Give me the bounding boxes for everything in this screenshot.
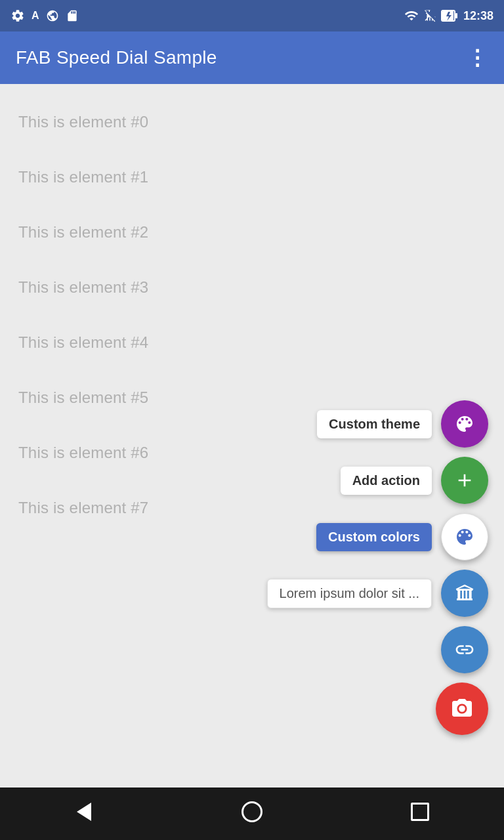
speed-dial-item-custom-colors: Custom colors xyxy=(316,513,488,560)
main-camera-fab-button[interactable] xyxy=(436,682,488,735)
add-action-fab-button[interactable] xyxy=(441,457,488,504)
speed-dial-item-link xyxy=(441,626,488,673)
camera-icon xyxy=(450,697,474,721)
status-bar-left-icons: A xyxy=(10,9,79,23)
sd-card-icon xyxy=(66,9,79,22)
link-fab-button[interactable] xyxy=(441,626,488,673)
list-item: This is element #1 xyxy=(0,150,504,205)
list-item: This is element #4 xyxy=(0,315,504,370)
back-button[interactable] xyxy=(64,794,104,833)
more-vert-icon[interactable]: ⋮ xyxy=(467,47,488,68)
bank-icon xyxy=(454,583,475,604)
time-display: 12:38 xyxy=(463,9,494,23)
back-icon xyxy=(77,803,91,826)
recent-icon xyxy=(411,803,429,826)
speed-dial-item-add-action: Add action xyxy=(341,457,488,504)
text-a-icon: A xyxy=(32,10,39,22)
palette-icon xyxy=(454,526,475,547)
custom-colors-fab-button[interactable] xyxy=(441,513,488,560)
battery-icon xyxy=(441,9,458,23)
custom-theme-tooltip: Custom theme xyxy=(317,410,432,438)
speed-dial-item-lorem: Lorem ipsum dolor sit ... xyxy=(267,570,488,617)
signal-icon xyxy=(424,9,436,23)
settings-icon xyxy=(10,9,25,23)
speed-dial-container: Custom theme Add action Custom colors xyxy=(267,400,488,735)
home-icon xyxy=(242,801,262,827)
recent-apps-button[interactable] xyxy=(400,794,440,833)
status-bar: A xyxy=(0,0,504,32)
nav-bar xyxy=(0,788,504,840)
custom-theme-fab-button[interactable] xyxy=(441,400,488,448)
app-bar-title: FAB Speed Dial Sample xyxy=(16,47,217,68)
wifi-icon xyxy=(404,9,419,23)
main-content: This is element #0 This is element #1 Th… xyxy=(0,84,504,788)
home-button[interactable] xyxy=(232,794,272,833)
app-bar: FAB Speed Dial Sample ⋮ xyxy=(0,32,504,84)
link-icon xyxy=(454,639,475,660)
globe-icon xyxy=(46,9,59,22)
svg-rect-1 xyxy=(455,13,457,18)
list-item: This is element #0 xyxy=(0,94,504,150)
svg-point-4 xyxy=(459,705,465,712)
plus-icon xyxy=(454,470,475,491)
custom-colors-tooltip: Custom colors xyxy=(316,523,432,551)
lorem-ipsum-fab-button[interactable] xyxy=(441,570,488,617)
paint-layers-icon xyxy=(454,413,475,434)
status-bar-right-icons: 12:38 xyxy=(404,9,494,23)
add-action-tooltip: Add action xyxy=(341,467,432,495)
speed-dial-main-fab-item xyxy=(436,682,488,735)
lorem-ipsum-tooltip: Lorem ipsum dolor sit ... xyxy=(267,579,432,608)
list-item: This is element #3 xyxy=(0,260,504,315)
speed-dial-item-custom-theme: Custom theme xyxy=(317,400,488,448)
list-item: This is element #2 xyxy=(0,205,504,260)
